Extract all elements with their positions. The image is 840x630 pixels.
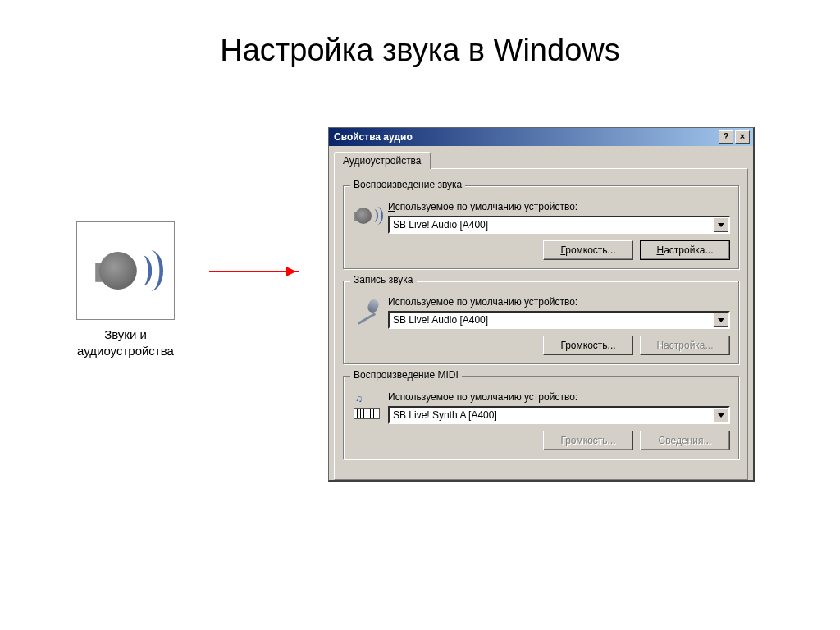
recording-device-value: SB Live! Audio [A400] — [390, 313, 714, 327]
chevron-down-icon[interactable] — [714, 408, 728, 422]
recording-device-combobox[interactable]: SB Live! Audio [A400] — [388, 311, 730, 329]
chevron-down-icon[interactable] — [714, 217, 728, 232]
recording-volume-button[interactable]: Громкость... — [543, 336, 633, 355]
speaker-icon — [76, 221, 175, 320]
midi-device-value: SB Live! Synth A [A400] — [390, 408, 714, 422]
midi-icon: ♫ — [352, 391, 381, 421]
close-button[interactable]: × — [735, 130, 750, 144]
playback-device-combobox[interactable]: SB Live! Audio [A400] — [388, 216, 730, 234]
desktop-icon-label: Звуки и аудиоустройства — [72, 326, 179, 358]
audio-properties-window: Свойства аудио ? × Аудиоустройства Воспр… — [328, 127, 755, 482]
slide-title: Настройка звука в Windows — [0, 0, 840, 68]
group-midi-title: Воспроизведение MIDI — [350, 369, 462, 381]
chevron-down-icon[interactable] — [714, 313, 728, 327]
speaker-icon — [352, 201, 381, 231]
midi-device-label: Используемое по умолчанию устройство: — [388, 391, 730, 403]
desktop-icon-sounds[interactable]: Звуки и аудиоустройства — [72, 221, 179, 358]
arrow-icon — [209, 271, 299, 272]
midi-device-combobox[interactable]: SB Live! Synth A [A400] — [388, 406, 730, 424]
microphone-icon — [352, 296, 381, 326]
group-playback-title: Воспроизведение звука — [350, 179, 465, 190]
playback-settings-button[interactable]: Настройка... — [640, 240, 730, 260]
tab-audio-devices[interactable]: Аудиоустройства — [334, 152, 431, 169]
group-midi: Воспроизведение MIDI ♫ Используемое по у… — [343, 376, 739, 459]
midi-volume-button: Громкость... — [543, 431, 633, 450]
group-recording-title: Запись звука — [350, 274, 417, 285]
group-playback: Воспроизведение звука Используемое по ум… — [343, 185, 739, 269]
recording-device-label: Используемое по умолчанию устройство: — [388, 296, 730, 308]
titlebar[interactable]: Свойства аудио ? × — [329, 128, 753, 146]
playback-volume-button[interactable]: Громкость... — [543, 240, 633, 260]
playback-device-value: SB Live! Audio [A400] — [390, 217, 714, 232]
recording-settings-button: Настройка... — [640, 336, 730, 355]
window-title: Свойства аудио — [332, 131, 717, 143]
help-button[interactable]: ? — [719, 130, 733, 144]
midi-info-button: Сведения... — [640, 431, 730, 450]
group-recording: Запись звука Используемое по умолчанию у… — [343, 281, 739, 364]
playback-device-label: Используемое по умолчанию устройство: — [388, 201, 730, 212]
